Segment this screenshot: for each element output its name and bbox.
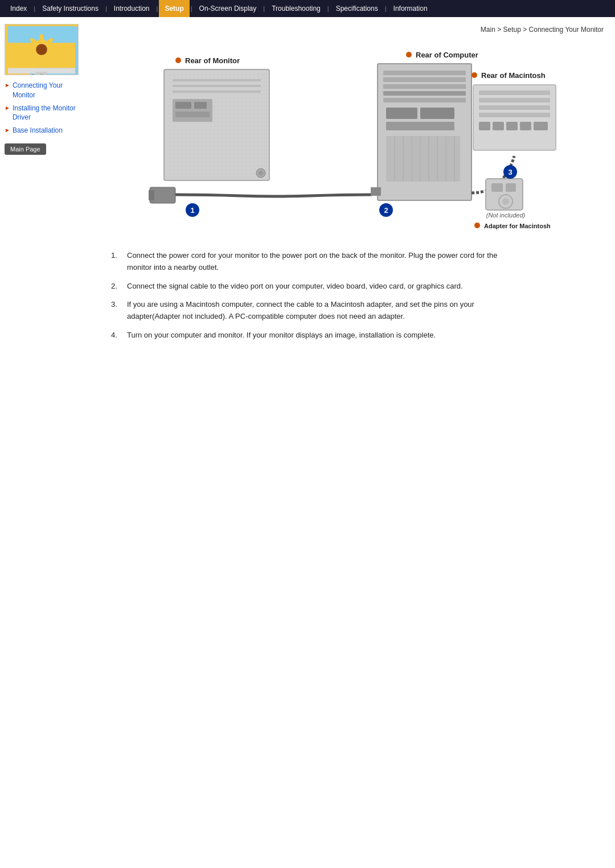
svg-rect-59 — [479, 98, 550, 102]
nav-introduction[interactable]: Introduction — [108, 0, 155, 17]
sidebar-link-connecting[interactable]: ► Connecting Your Monitor — [5, 81, 84, 100]
svg-rect-23 — [175, 102, 191, 109]
svg-rect-54 — [371, 187, 381, 196]
main-layout: SyncMaster ► Connecting Your Monitor ► I… — [0, 17, 615, 357]
main-page-button[interactable]: Main Page — [5, 143, 46, 155]
nav-sep-5: | — [262, 5, 266, 12]
instructions-list: 1. Connect the power cord for your monit… — [100, 250, 498, 342]
svg-rect-20 — [173, 85, 261, 87]
sidebar-link-driver-label: Installing the Monitor Driver — [13, 104, 84, 123]
svg-point-34 — [406, 52, 412, 57]
arrow-icon-1: ► — [5, 82, 10, 88]
svg-text:Rear of  Macintosh: Rear of Macintosh — [481, 71, 546, 80]
svg-rect-65 — [520, 122, 531, 130]
svg-text:1: 1 — [190, 206, 194, 215]
nav-sep-1: | — [32, 5, 36, 12]
sidebar-link-driver[interactable]: ► Installing the Monitor Driver — [5, 104, 84, 123]
breadcrumb: Main > Setup > Connecting Your Monitor — [100, 26, 604, 34]
nav-information[interactable]: Information — [388, 0, 433, 17]
svg-point-10 — [26, 47, 35, 52]
svg-rect-58 — [479, 90, 550, 95]
nav-sep-3: | — [155, 5, 159, 12]
instruction-item-4: 4. Turn on your computer and monitor. If… — [111, 330, 498, 342]
sidebar-link-base[interactable]: ► Base Installation — [5, 126, 84, 135]
svg-text:3: 3 — [508, 168, 512, 176]
nav-sep-7: | — [384, 5, 388, 12]
connection-diagram: Rear of Monitor — [138, 42, 565, 236]
nav-specifications[interactable]: Specifications — [330, 0, 384, 17]
svg-rect-21 — [173, 90, 261, 93]
top-navigation: Index | Safety Instructions | Introducti… — [0, 0, 615, 17]
svg-rect-39 — [383, 84, 466, 89]
svg-point-55 — [472, 72, 477, 78]
svg-rect-62 — [479, 122, 490, 130]
svg-point-75 — [474, 223, 480, 228]
svg-rect-41 — [383, 98, 466, 102]
sidebar-link-base-label: Base Installation — [13, 126, 63, 135]
instruction-text-3: If you are using a Macintosh computer, c… — [127, 299, 498, 323]
svg-point-71 — [502, 198, 509, 205]
svg-rect-29 — [149, 190, 154, 200]
svg-rect-37 — [383, 71, 466, 75]
svg-point-27 — [259, 171, 263, 175]
nav-sep-2: | — [104, 5, 108, 12]
svg-rect-60 — [479, 105, 550, 110]
svg-point-6 — [48, 47, 58, 52]
step-number-4: 4. — [111, 330, 122, 342]
instruction-text-1: Connect the power cord for your monitor … — [127, 250, 498, 274]
svg-rect-63 — [493, 122, 504, 130]
svg-rect-38 — [383, 77, 466, 82]
content-area: Main > Setup > Connecting Your Monitor R… — [88, 17, 615, 357]
svg-rect-61 — [479, 113, 550, 117]
svg-point-4 — [39, 34, 44, 43]
svg-text:(Not included): (Not included) — [486, 212, 525, 219]
svg-rect-69 — [506, 183, 516, 192]
step-number-1: 1. — [111, 250, 122, 274]
svg-rect-25 — [175, 112, 210, 117]
svg-rect-24 — [194, 102, 207, 109]
svg-rect-45 — [386, 136, 460, 182]
svg-point-15 — [175, 57, 181, 63]
svg-rect-66 — [534, 122, 548, 130]
step-number-3: 3. — [111, 299, 122, 323]
instruction-item-2: 2. Connect the signal cable to the video… — [111, 281, 498, 293]
sidebar-link-connecting-label: Connecting Your Monitor — [13, 81, 84, 100]
arrow-icon-3: ► — [5, 127, 10, 133]
sidebar-monitor-image: SyncMaster — [5, 24, 79, 75]
nav-sep-6: | — [326, 5, 330, 12]
svg-text:2: 2 — [384, 206, 388, 215]
svg-point-8 — [39, 56, 44, 65]
svg-rect-40 — [383, 91, 466, 96]
svg-rect-43 — [420, 108, 454, 119]
step-number-2: 2. — [111, 281, 122, 293]
nav-setup[interactable]: Setup — [159, 0, 189, 17]
sidebar: SyncMaster ► Connecting Your Monitor ► I… — [0, 17, 88, 357]
svg-rect-44 — [386, 122, 454, 130]
instruction-item-1: 1. Connect the power cord for your monit… — [111, 250, 498, 274]
arrow-icon-2: ► — [5, 105, 10, 111]
svg-text:SyncMaster: SyncMaster — [31, 73, 52, 75]
instruction-text-4: Turn on your computer and monitor. If yo… — [127, 330, 436, 342]
nav-troubleshooting[interactable]: Troubleshooting — [266, 0, 326, 17]
svg-rect-68 — [491, 183, 503, 192]
svg-rect-19 — [173, 79, 261, 81]
svg-rect-42 — [386, 108, 417, 119]
svg-text:Adapter for Macintosh: Adapter for Macintosh — [484, 223, 551, 229]
instruction-item-3: 3. If you are using a Macintosh computer… — [111, 299, 498, 323]
instruction-text-2: Connect the signal cable to the video po… — [127, 281, 463, 293]
nav-osd[interactable]: On-Screen Display — [194, 0, 263, 17]
svg-text:Rear of Computer: Rear of Computer — [416, 51, 478, 59]
nav-safety[interactable]: Safety Instructions — [36, 0, 104, 17]
svg-text:Rear of Monitor: Rear of Monitor — [185, 56, 240, 65]
nav-sep-4: | — [190, 5, 194, 12]
svg-rect-64 — [506, 122, 518, 130]
nav-index[interactable]: Index — [5, 0, 32, 17]
svg-point-3 — [36, 44, 47, 55]
